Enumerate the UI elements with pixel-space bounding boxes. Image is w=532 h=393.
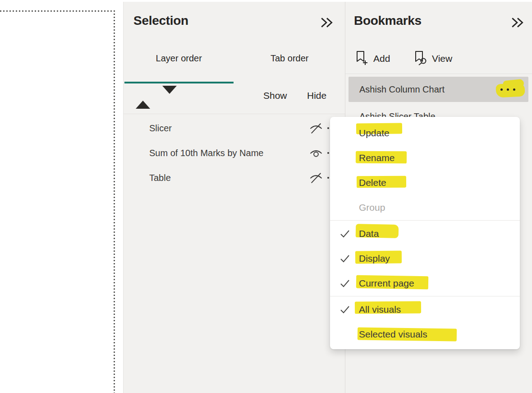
menu-item-display[interactable]: Display: [330, 246, 520, 271]
show-all-button[interactable]: Show: [263, 90, 287, 101]
bookmarks-pane-divider: [345, 74, 532, 74]
report-canvas[interactable]: [0, 0, 123, 393]
tab-tab-order-label: Tab order: [271, 53, 309, 63]
selection-pane: Selection Layer order Tab order Show Hid…: [123, 2, 345, 393]
tab-layer-order-label: Layer order: [156, 53, 202, 63]
triangle-up-icon: [136, 94, 150, 109]
menu-item-label: Selected visuals: [359, 329, 427, 340]
menu-item-data[interactable]: Data: [330, 221, 520, 246]
collapse-bookmarks-pane-button[interactable]: [510, 16, 525, 29]
view-bookmarks-button[interactable]: View: [413, 49, 452, 69]
layer-list: Slicer Sum of 10th Marks by Name Table: [124, 116, 345, 190]
menu-item-delete[interactable]: Delete: [330, 170, 520, 195]
layer-label: Sum of 10th Marks by Name: [149, 148, 263, 158]
checkmark-icon: [339, 253, 351, 264]
menu-item-label: All visuals: [359, 304, 401, 315]
menu-item-group: Group: [330, 195, 520, 220]
layer-row[interactable]: Table: [124, 165, 345, 190]
double-chevron-right-icon: [510, 23, 525, 30]
bookmarks-toolbar: Add View: [345, 49, 532, 69]
hide-all-button[interactable]: Hide: [307, 90, 326, 101]
menu-item-current-page[interactable]: Current page: [330, 271, 520, 296]
checkmark-icon: [339, 277, 351, 289]
layer-row[interactable]: Slicer: [124, 116, 345, 140]
collapse-selection-pane-button[interactable]: [320, 16, 334, 29]
ellipsis-icon: [500, 88, 515, 91]
triangle-down-icon: [162, 86, 177, 101]
tab-tab-order[interactable]: Tab order: [234, 47, 345, 83]
layer-label: Slicer: [149, 123, 172, 133]
menu-item-label: Data: [359, 228, 379, 239]
layer-more-options-icon[interactable]: [327, 127, 329, 129]
layer-more-options-icon[interactable]: [327, 152, 329, 154]
selection-tabs: Layer order Tab order: [124, 47, 345, 83]
bookmark-more-options-button[interactable]: [496, 80, 526, 99]
menu-item-label: Display: [359, 253, 390, 264]
layer-row[interactable]: Sum of 10th Marks by Name: [124, 140, 345, 165]
menu-divider: [330, 220, 520, 221]
canvas-selection-border-top: [0, 10, 115, 12]
layer-more-options-icon[interactable]: [327, 177, 329, 179]
powerbi-panes-view: Selection Layer order Tab order Show Hid…: [0, 0, 532, 393]
menu-item-label: Delete: [359, 177, 386, 188]
menu-divider: [330, 296, 520, 296]
bookmark-add-icon: [354, 50, 369, 68]
layer-label: Table: [149, 172, 171, 183]
menu-item-rename[interactable]: Rename: [330, 145, 520, 170]
view-bookmarks-label: View: [432, 53, 452, 64]
eye-visible-icon[interactable]: [309, 146, 323, 160]
menu-item-label: Group: [359, 202, 385, 213]
checkmark-icon: [339, 228, 351, 240]
menu-item-label: Current page: [359, 278, 414, 289]
eye-hidden-icon[interactable]: [309, 121, 323, 135]
bookmark-label: Ashish Column Chart: [359, 84, 445, 95]
bookmark-view-icon: [413, 50, 427, 68]
selection-toolbar: Show Hide: [124, 90, 345, 106]
bookmark-context-menu: UpdateRenameDeleteGroup Data Display Cur…: [330, 117, 520, 349]
menu-item-all-visuals[interactable]: All visuals: [330, 297, 520, 322]
move-layer-up-button[interactable]: [135, 92, 151, 102]
double-chevron-right-icon: [320, 23, 334, 30]
menu-item-update[interactable]: Update: [330, 120, 520, 145]
active-tab-underline: [124, 82, 234, 83]
bookmark-item[interactable]: Ashish Column Chart: [349, 77, 528, 102]
tab-layer-order[interactable]: Layer order: [124, 47, 234, 83]
menu-item-label: Rename: [359, 153, 394, 163]
bookmarks-pane-title: Bookmarks: [354, 14, 422, 28]
menu-item-selected-visuals[interactable]: Selected visuals: [330, 322, 520, 347]
add-bookmark-label: Add: [373, 53, 390, 64]
canvas-selection-border-right: [114, 10, 115, 393]
selection-pane-divider: [124, 114, 345, 114]
move-layer-down-button[interactable]: [162, 92, 177, 102]
menu-item-label: Update: [359, 128, 390, 139]
eye-hidden-icon[interactable]: [309, 171, 323, 185]
selection-pane-title: Selection: [133, 14, 188, 28]
add-bookmark-button[interactable]: Add: [354, 49, 390, 69]
checkmark-icon: [339, 304, 351, 315]
